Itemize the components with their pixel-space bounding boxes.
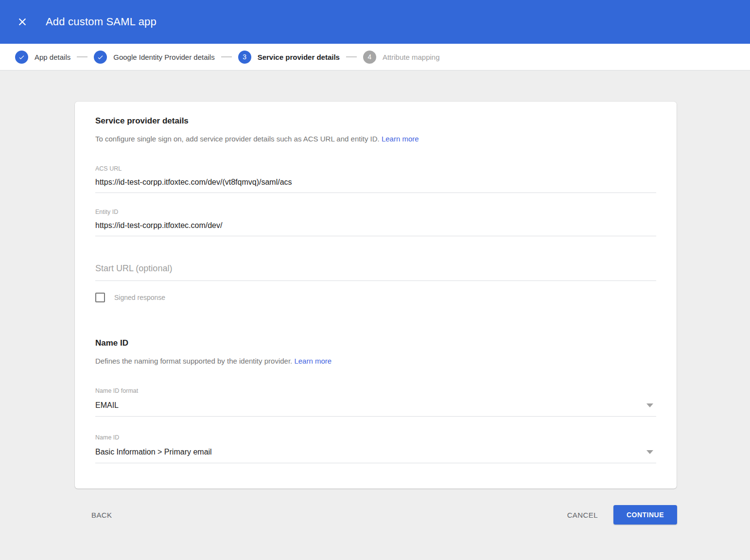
step-2-label: Google Identity Provider details — [113, 53, 214, 61]
back-button[interactable]: BACK — [90, 507, 113, 523]
step-4-circle: 4 — [363, 51, 376, 64]
signed-response-checkbox[interactable] — [95, 293, 105, 302]
entity-id-label: Entity ID — [95, 209, 656, 215]
step-connector — [77, 56, 87, 57]
continue-button[interactable]: CONTINUE — [613, 505, 677, 525]
section-description: To configure single sign on, add service… — [95, 135, 656, 143]
stepper: 1 App details 2 Google Identity Provider… — [0, 44, 750, 70]
name-id-label: Name ID — [95, 434, 656, 441]
step-connector — [221, 56, 232, 57]
entity-id-field: Entity ID — [95, 209, 656, 236]
learn-more-link[interactable]: Learn more — [382, 135, 419, 143]
name-id-description: Defines the naming format supported by t… — [95, 357, 656, 365]
cancel-button[interactable]: CANCEL — [566, 507, 599, 523]
signed-response-row[interactable]: Signed response — [95, 293, 656, 302]
step-3-label: Service provider details — [258, 53, 340, 61]
step-app-details[interactable]: 1 App details — [15, 51, 70, 64]
start-url-input[interactable] — [95, 263, 656, 281]
start-url-field — [95, 263, 656, 281]
learn-more-link[interactable]: Learn more — [294, 357, 331, 365]
name-id-format-label: Name ID format — [95, 387, 656, 394]
signed-response-label: Signed response — [114, 294, 165, 301]
acs-url-input[interactable] — [95, 178, 656, 193]
entity-id-input[interactable] — [95, 221, 656, 236]
acs-url-label: ACS URL — [95, 165, 656, 172]
name-id-section-title: Name ID — [95, 338, 656, 348]
step-2-circle: 2 — [94, 51, 107, 64]
check-icon — [97, 53, 104, 61]
name-id-select[interactable]: Name ID Basic Information > Primary emai… — [95, 434, 656, 463]
step-attribute-mapping: 4 Attribute mapping — [363, 51, 440, 64]
close-button[interactable] — [14, 13, 31, 31]
check-icon — [18, 53, 25, 61]
acs-url-field: ACS URL — [95, 165, 656, 193]
step-connector — [346, 56, 357, 57]
name-id-format-value: EMAIL — [95, 401, 119, 410]
chevron-down-icon — [646, 403, 653, 407]
close-icon — [17, 17, 28, 27]
footer-actions: BACK CANCEL CONTINUE — [90, 505, 677, 525]
step-1-label: App details — [35, 53, 70, 61]
step-1-circle: 1 — [15, 51, 28, 64]
name-id-format-select[interactable]: Name ID format EMAIL — [95, 387, 656, 417]
dialog-header: Add custom SAML app — [0, 0, 750, 44]
name-id-value: Basic Information > Primary email — [95, 448, 212, 456]
service-provider-card: Service provider details To configure si… — [75, 102, 677, 489]
step-google-idp-details[interactable]: 2 Google Identity Provider details — [94, 51, 214, 64]
step-4-label: Attribute mapping — [383, 53, 440, 61]
chevron-down-icon — [646, 450, 653, 454]
step-service-provider-details[interactable]: 3 Service provider details — [238, 51, 340, 64]
step-3-circle: 3 — [238, 51, 251, 64]
section-title: Service provider details — [95, 116, 656, 126]
dialog-title: Add custom SAML app — [46, 16, 157, 28]
